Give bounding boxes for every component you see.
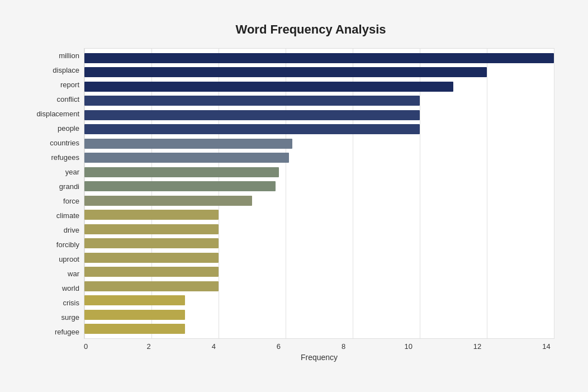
- x-tick: 14: [542, 342, 550, 351]
- y-labels: milliondisplacereportconflictdisplacemen…: [22, 48, 84, 339]
- bar: [84, 110, 420, 120]
- bar: [84, 310, 185, 320]
- bar: [84, 295, 185, 305]
- x-tick: 0: [84, 342, 88, 351]
- bar-row: [84, 166, 554, 178]
- bar-row: [84, 252, 554, 264]
- bar: [84, 67, 487, 77]
- bar: [84, 53, 554, 63]
- bar-row: [84, 209, 554, 221]
- bar-row: [84, 180, 554, 192]
- y-label: uproot: [22, 252, 79, 266]
- bar: [84, 153, 289, 163]
- bar: [84, 210, 219, 220]
- x-tick: 6: [277, 342, 281, 351]
- chart-container: Word Frequency Analysis milliondisplacer…: [11, 11, 577, 392]
- x-axis-label: Frequency: [22, 353, 554, 362]
- bar-row: [84, 95, 554, 107]
- bar: [84, 224, 219, 234]
- bar-row: [84, 309, 554, 321]
- y-label: year: [22, 164, 79, 179]
- chart-area: milliondisplacereportconflictdisplacemen…: [22, 48, 554, 351]
- y-label: world: [22, 281, 79, 295]
- bar: [84, 238, 219, 248]
- x-tick: 12: [473, 342, 481, 351]
- y-label: report: [22, 77, 79, 92]
- y-label: grandi: [22, 179, 79, 193]
- bar-row: [84, 138, 554, 150]
- bar-row: [84, 266, 554, 278]
- bar: [84, 181, 276, 191]
- x-ticks: 02468101214: [84, 342, 554, 351]
- y-label: refugees: [22, 150, 79, 164]
- bar-row: [84, 152, 554, 164]
- x-tick: 4: [212, 342, 216, 351]
- x-axis-area: 02468101214: [22, 342, 554, 351]
- grid-line: [554, 49, 554, 338]
- bar-row: [84, 323, 554, 335]
- y-label: conflict: [22, 92, 79, 106]
- y-label: force: [22, 193, 79, 208]
- y-label: countries: [22, 135, 79, 150]
- bar-row: [84, 237, 554, 249]
- bar: [84, 253, 219, 263]
- y-label: displace: [22, 63, 79, 77]
- bar-row: [84, 294, 554, 306]
- bar-row: [84, 66, 554, 78]
- bar: [84, 124, 420, 134]
- y-label: climate: [22, 208, 79, 223]
- bar: [84, 82, 453, 92]
- plot-area: [84, 48, 554, 339]
- y-label: refugee: [22, 324, 79, 339]
- bar-row: [84, 280, 554, 292]
- y-label: million: [22, 48, 79, 63]
- x-tick: 10: [404, 342, 412, 351]
- bar-row: [84, 52, 554, 64]
- bar-row: [84, 109, 554, 121]
- y-label: people: [22, 121, 79, 135]
- y-label: crisis: [22, 295, 79, 310]
- y-label: surge: [22, 310, 79, 324]
- bar: [84, 139, 292, 149]
- bar: [84, 281, 219, 291]
- y-label: displacement: [22, 106, 79, 121]
- x-tick: 2: [147, 342, 151, 351]
- bar: [84, 196, 252, 206]
- chart-title: Word Frequency Analysis: [22, 22, 554, 37]
- bars-inner: [84, 49, 554, 338]
- bar: [84, 267, 219, 277]
- y-label: forcibly: [22, 237, 79, 252]
- bar: [84, 96, 420, 106]
- bar-row: [84, 81, 554, 93]
- bar: [84, 324, 185, 334]
- bar-row: [84, 195, 554, 207]
- bar-row: [84, 123, 554, 135]
- bars-wrapper: milliondisplacereportconflictdisplacemen…: [22, 48, 554, 339]
- x-tick: 8: [342, 342, 345, 351]
- bar: [84, 167, 279, 177]
- bar-row: [84, 223, 554, 235]
- y-label: war: [22, 266, 79, 281]
- y-label: drive: [22, 223, 79, 237]
